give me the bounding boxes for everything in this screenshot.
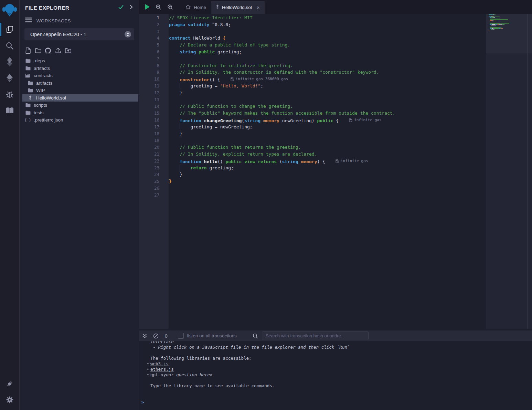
- code-text: // The "public" keyword makes the functi…: [169, 110, 395, 117]
- gas-estimate-badge: infinite gas 368600 gas: [231, 76, 288, 83]
- tree-item--prettierrc-json[interactable]: { }.prettierrc.json: [22, 116, 138, 124]
- editor-actions: [139, 0, 181, 14]
- code-line-4[interactable]: 4contract HelloWorld {: [139, 35, 486, 42]
- remix-logo-icon[interactable]: [2, 3, 17, 17]
- code-line-20[interactable]: 20 // Public function that returns the g…: [139, 144, 486, 151]
- new-folder-icon[interactable]: [34, 47, 42, 54]
- line-number: 17: [139, 124, 169, 130]
- upload-file-icon[interactable]: [54, 47, 62, 54]
- sidebar-icon-settings[interactable]: [0, 392, 19, 408]
- zoom-in-icon[interactable]: [167, 4, 173, 10]
- code-line-6[interactable]: 6 string public greeting;: [139, 49, 486, 55]
- listen-transactions-checkbox[interactable]: [178, 333, 184, 339]
- sidebar-icon-search[interactable]: [0, 38, 19, 54]
- file-toolbar: [24, 47, 139, 54]
- tree-item-label: scripts: [34, 103, 47, 108]
- code-text: // SPDX-License-Identifier: MIT: [169, 14, 253, 21]
- code-line-23[interactable]: 23 return greeting;: [139, 165, 486, 171]
- clear-console-icon[interactable]: [153, 333, 159, 339]
- editor-tabs: HomeHelloWorld.sol×: [181, 0, 265, 14]
- terminal-line: •web3.js: [139, 361, 532, 367]
- run-icon[interactable]: [145, 4, 150, 10]
- code-line-12[interactable]: 12 }: [139, 90, 486, 96]
- tree-item-label: artifacts: [34, 66, 50, 71]
- sidebar-icon-deploy-and-run[interactable]: [0, 70, 19, 86]
- tree-item-scripts[interactable]: scripts: [22, 102, 138, 109]
- tree-item--deps[interactable]: .deps: [22, 57, 138, 65]
- line-number: 9: [139, 69, 169, 76]
- tree-item-wip[interactable]: WIP: [22, 87, 138, 94]
- workspaces-menu-icon[interactable]: [25, 18, 32, 24]
- tree-item-contracts[interactable]: contracts: [22, 72, 138, 80]
- terminal-output[interactable]: interface - Right click on a JavaScript …: [139, 341, 532, 410]
- line-number: 1: [139, 14, 169, 21]
- code-text: greeting = newGreeting;: [169, 124, 253, 130]
- tab-helloworld-sol[interactable]: HelloWorld.sol×: [211, 1, 265, 14]
- file-explorer-header: FILE EXPLORER: [20, 0, 139, 11]
- code-line-5[interactable]: 5 // Declare a public field of type stri…: [139, 42, 486, 49]
- zoom-out-icon[interactable]: [156, 4, 161, 10]
- line-number: 18: [139, 130, 169, 137]
- folder-icon: [28, 88, 33, 93]
- line-number: 4: [139, 35, 169, 42]
- code-line-16[interactable]: 16 function changeGreeting(string memory…: [139, 117, 486, 124]
- github-icon[interactable]: [44, 47, 52, 54]
- tree-item-artifacts[interactable]: artifacts: [22, 80, 138, 87]
- sidebar-icon-file-explorer[interactable]: [0, 21, 19, 38]
- panel-title: FILE EXPLORER: [25, 5, 118, 11]
- code-line-13[interactable]: 13: [139, 96, 486, 103]
- terminal-search-input[interactable]: [262, 332, 369, 340]
- workspace-switcher-icon[interactable]: [125, 31, 131, 38]
- code-line-11[interactable]: 11 greeting = "Hello, World!";: [139, 83, 486, 90]
- editor-pane: HomeHelloWorld.sol× 1// SPDX-License-Ide…: [139, 0, 532, 329]
- terminal-link[interactable]: ethers.js: [150, 367, 174, 372]
- code-line-8[interactable]: 8 // Constructor to initialize the greet…: [139, 62, 486, 69]
- workspace-select[interactable]: OpenZeppelin ERC20 - 1: [24, 28, 134, 40]
- minimap[interactable]: [486, 14, 532, 329]
- code-line-24[interactable]: 24 }: [139, 171, 486, 178]
- gas-estimate-badge: infinite gas: [336, 158, 368, 165]
- code-area[interactable]: 1// SPDX-License-Identifier: MIT2pragma …: [139, 14, 486, 199]
- code-line-10[interactable]: 10 constructor() {infinite gas 368600 ga…: [139, 76, 486, 83]
- code-line-17[interactable]: 17 greeting = newGreeting;: [139, 124, 486, 130]
- new-file-icon[interactable]: [24, 47, 32, 54]
- sidebar-icon-plugin-manager[interactable]: [0, 376, 19, 392]
- sidebar-icon-solidity-compiler[interactable]: [0, 54, 19, 70]
- tree-item-artifacts[interactable]: artifacts: [22, 65, 138, 72]
- code-line-19[interactable]: 19: [139, 137, 486, 144]
- hide-panel-chevron-icon[interactable]: [129, 4, 133, 11]
- code-line-26[interactable]: 26: [139, 185, 486, 192]
- code-line-21[interactable]: 21 // In Solidity, explicit return types…: [139, 151, 486, 158]
- line-number: 16: [139, 117, 169, 124]
- code-line-15[interactable]: 15 // The "public" keyword makes the fun…: [139, 110, 486, 117]
- tree-item-helloworld-sol[interactable]: HelloWorld.sol: [22, 94, 138, 102]
- terminal-line: Type the library name to see available c…: [139, 383, 532, 389]
- icon-sidebar: [0, 0, 20, 410]
- code-line-1[interactable]: 1// SPDX-License-Identifier: MIT: [139, 14, 486, 21]
- code-line-18[interactable]: 18 }: [139, 130, 486, 137]
- code-text: return greeting;: [169, 165, 234, 171]
- sidebar-icon-debugger[interactable]: [0, 86, 19, 102]
- terminal-link[interactable]: web3.js: [150, 361, 169, 366]
- code-line-14[interactable]: 14 // Public function to change the gree…: [139, 103, 486, 110]
- code-line-3[interactable]: 3: [139, 28, 486, 35]
- code-line-2[interactable]: 2pragma solidity ^0.8.0;: [139, 21, 486, 28]
- code-line-7[interactable]: 7: [139, 55, 486, 62]
- close-tab-icon[interactable]: ×: [257, 5, 260, 10]
- code-line-25[interactable]: 25}: [139, 178, 486, 185]
- code-line-22[interactable]: 22 function hello() public view returns …: [139, 158, 486, 165]
- line-number: 12: [139, 90, 169, 96]
- terminal-line: [139, 350, 532, 356]
- terminal-toolbar: 0 listen on all transactions: [139, 330, 532, 341]
- code-line-9[interactable]: 9 // In Solidity, the constructor is def…: [139, 69, 486, 76]
- sidebar-icon-learneth[interactable]: [0, 102, 19, 118]
- folder-icon: [25, 66, 31, 71]
- tree-item-tests[interactable]: tests: [22, 109, 138, 117]
- code-line-27[interactable]: 27: [139, 192, 486, 199]
- solidity-icon: [216, 4, 219, 10]
- tab-home[interactable]: Home: [181, 1, 211, 14]
- upload-folder-icon[interactable]: [64, 47, 72, 54]
- fuel-pump-icon: [336, 159, 339, 163]
- expand-terminal-icon[interactable]: [142, 334, 147, 338]
- accept-check-icon[interactable]: [118, 4, 124, 11]
